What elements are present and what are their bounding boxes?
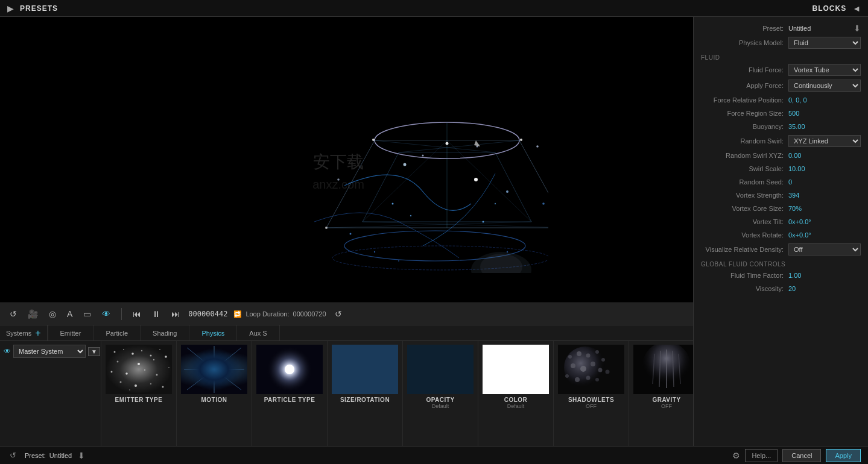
svg-point-96 bbox=[586, 376, 591, 380]
physics-model-dropdown[interactable]: Fluid bbox=[788, 37, 861, 49]
top-bar-right: BLOCKS ◄ bbox=[812, 2, 863, 14]
footer-undo-button[interactable]: ↺ bbox=[7, 450, 19, 461]
footer-left: ↺ Preset: Untitled ⬇ bbox=[7, 450, 85, 461]
vortex-tilt-label: Vortex Tilt: bbox=[701, 218, 788, 225]
reset-button[interactable]: ↺ bbox=[332, 308, 344, 320]
svg-point-48 bbox=[123, 349, 124, 350]
cancel-button[interactable]: Cancel bbox=[782, 449, 821, 462]
system-dropdown-arrow[interactable]: ▼ bbox=[88, 347, 100, 356]
top-bar-left: ▶ PRESETS bbox=[5, 2, 58, 14]
force-region-size-value[interactable]: 500 bbox=[788, 110, 861, 117]
buoyancy-row: Buoyancy: 35.00 bbox=[694, 120, 868, 133]
skip-forward-button[interactable]: ⏭ bbox=[169, 308, 182, 320]
help-button[interactable]: Help... bbox=[745, 449, 778, 462]
footer-save-button[interactable]: ⬇ bbox=[78, 451, 85, 460]
cards-systems-row: 👁 Master System ▼ bbox=[0, 341, 693, 446]
fluid-force-label: Fluid Force: bbox=[701, 66, 788, 74]
system-row: 👁 Master System ▼ bbox=[4, 345, 97, 358]
card-thumb-shadowlets bbox=[558, 345, 624, 394]
physics-model-select[interactable]: Fluid bbox=[788, 37, 861, 49]
card-emitter-type[interactable]: EMITTER TYPE bbox=[101, 341, 177, 446]
svg-point-93 bbox=[598, 368, 603, 372]
visualize-density-label: Visualize Relative Density: bbox=[701, 246, 788, 253]
apply-force-select[interactable]: Continuously bbox=[788, 80, 861, 92]
card-label-color: COLOR bbox=[504, 397, 528, 403]
top-bar: ▶ PRESETS BLOCKS ◄ bbox=[0, 0, 868, 17]
card-label-emitter-type: EMITTER TYPE bbox=[115, 397, 163, 403]
fluid-section: Fluid bbox=[694, 51, 868, 62]
svg-point-55 bbox=[138, 363, 140, 365]
footer-preset-value: Untitled bbox=[49, 452, 72, 459]
swirl-scale-value[interactable]: 10.00 bbox=[788, 165, 861, 172]
card-label-size-rotation: SIZE/ROTATION bbox=[340, 397, 390, 403]
svg-point-52 bbox=[159, 349, 160, 350]
tab-physics[interactable]: Physics bbox=[189, 325, 237, 340]
svg-point-40 bbox=[542, 202, 545, 205]
right-panel: Preset: Untitled ⬇ Physics Model: Fluid … bbox=[693, 17, 868, 446]
skip-back-button[interactable]: ⏮ bbox=[130, 308, 144, 320]
play-button[interactable]: ⏸ bbox=[150, 308, 163, 320]
card-shadowlets[interactable]: SHADOWLETS OFF bbox=[554, 341, 629, 446]
svg-point-54 bbox=[117, 361, 119, 363]
card-label-shadowlets: SHADOWLETS bbox=[568, 397, 614, 403]
vortex-tilt-value[interactable]: 0x+0.0° bbox=[788, 218, 861, 225]
vortex-strength-value[interactable]: 394 bbox=[788, 192, 861, 199]
apply-button[interactable]: Apply bbox=[826, 449, 861, 462]
card-motion[interactable]: MOTION bbox=[177, 341, 252, 446]
svg-point-89 bbox=[595, 350, 599, 354]
undo-button[interactable]: ↺ bbox=[7, 308, 19, 320]
tab-shading[interactable]: Shading bbox=[141, 325, 189, 340]
svg-point-22 bbox=[372, 139, 375, 141]
system-visibility-icon[interactable]: 👁 bbox=[4, 347, 11, 356]
circle-button[interactable]: ◎ bbox=[46, 308, 59, 320]
fluid-force-select[interactable]: Vortex Tube bbox=[788, 64, 861, 76]
add-system-button[interactable]: + bbox=[35, 328, 40, 339]
card-color[interactable]: COLOR Default bbox=[478, 341, 554, 446]
text-button[interactable]: A bbox=[65, 308, 75, 320]
fluid-time-factor-label: Fluid Time Factor: bbox=[701, 272, 788, 279]
system-select[interactable]: Master System bbox=[13, 345, 86, 358]
svg-rect-82 bbox=[407, 345, 474, 394]
svg-point-32 bbox=[536, 145, 539, 148]
card-particle-type[interactable]: PARTICLE TYPE bbox=[252, 341, 328, 446]
svg-point-63 bbox=[135, 384, 137, 387]
preset-import-button[interactable]: ⬇ bbox=[854, 24, 861, 33]
blocks-collapse-button[interactable]: ◄ bbox=[850, 2, 863, 14]
vortex-core-size-value[interactable]: 70% bbox=[788, 205, 861, 212]
svg-point-37 bbox=[482, 221, 484, 222]
apply-force-label: Apply Force: bbox=[701, 82, 788, 89]
buoyancy-label: Buoyancy: bbox=[701, 123, 788, 130]
eye-button[interactable]: 👁 bbox=[100, 308, 113, 320]
vortex-rotate-value[interactable]: 0x+0.0° bbox=[788, 231, 861, 239]
visualize-density-select[interactable]: Off bbox=[788, 243, 861, 256]
global-fluid-controls-section: Global Fluid Controls bbox=[694, 257, 868, 269]
svg-point-98 bbox=[601, 358, 605, 362]
force-relative-pos-row: Force Relative Position: 0, 0, 0 bbox=[694, 93, 868, 107]
gear-icon[interactable]: ⚙ bbox=[732, 451, 740, 460]
card-gravity[interactable]: GRAVITY OFF bbox=[629, 341, 693, 446]
svg-point-77 bbox=[212, 367, 217, 372]
tab-aux[interactable]: Aux S bbox=[237, 325, 279, 340]
svg-point-62 bbox=[120, 381, 122, 383]
random-swirl-select[interactable]: XYZ Linked bbox=[788, 135, 861, 147]
collapse-button[interactable]: ▶ bbox=[5, 2, 16, 14]
card-opacity[interactable]: OPACITY Default bbox=[403, 341, 478, 446]
buoyancy-value[interactable]: 35.00 bbox=[788, 123, 861, 130]
card-size-rotation[interactable]: SIZE/ROTATION bbox=[328, 341, 403, 446]
viscosity-label: Viscosity: bbox=[701, 285, 788, 292]
systems-label-text: Systems bbox=[6, 330, 31, 337]
camera-button[interactable]: 🎥 bbox=[25, 308, 40, 320]
viscosity-value[interactable]: 20 bbox=[788, 285, 861, 292]
tab-emitter[interactable]: Emitter bbox=[48, 325, 94, 340]
random-seed-value[interactable]: 0 bbox=[788, 178, 861, 186]
rect-button[interactable]: ▭ bbox=[81, 308, 93, 320]
main-content: 安下载 anxz.com bbox=[0, 17, 868, 446]
fluid-time-factor-value[interactable]: 1.00 bbox=[788, 272, 861, 279]
random-seed-label: Random Seed: bbox=[701, 178, 788, 186]
particle-visualization: 安下载 anxz.com bbox=[145, 47, 548, 273]
svg-point-36 bbox=[410, 215, 411, 216]
random-swirl-xyz-value[interactable]: 0.00 bbox=[788, 152, 861, 159]
tab-particle[interactable]: Particle bbox=[93, 325, 141, 340]
force-relative-pos-value[interactable]: 0, 0, 0 bbox=[788, 96, 861, 104]
svg-point-27 bbox=[325, 227, 328, 229]
